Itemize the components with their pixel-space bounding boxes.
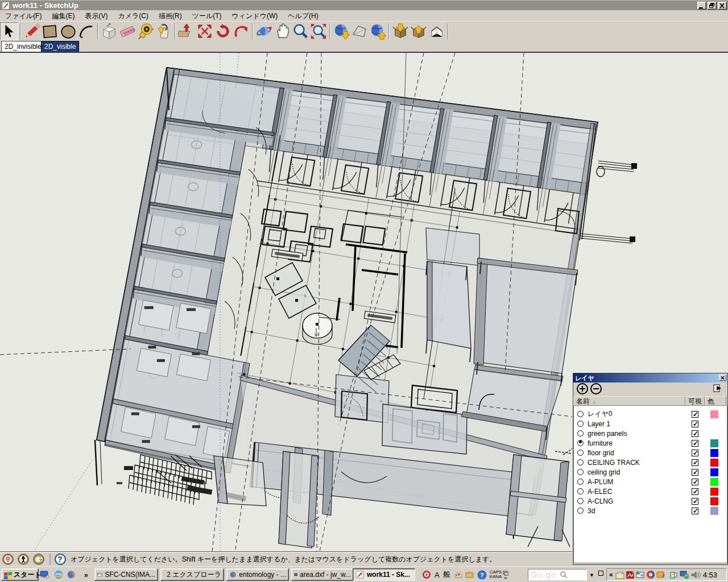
svg-text:?: ? <box>480 572 484 579</box>
svg-text:?: ? <box>57 555 63 564</box>
svg-text:j: j <box>294 573 295 576</box>
svg-text:w: w <box>295 573 297 576</box>
